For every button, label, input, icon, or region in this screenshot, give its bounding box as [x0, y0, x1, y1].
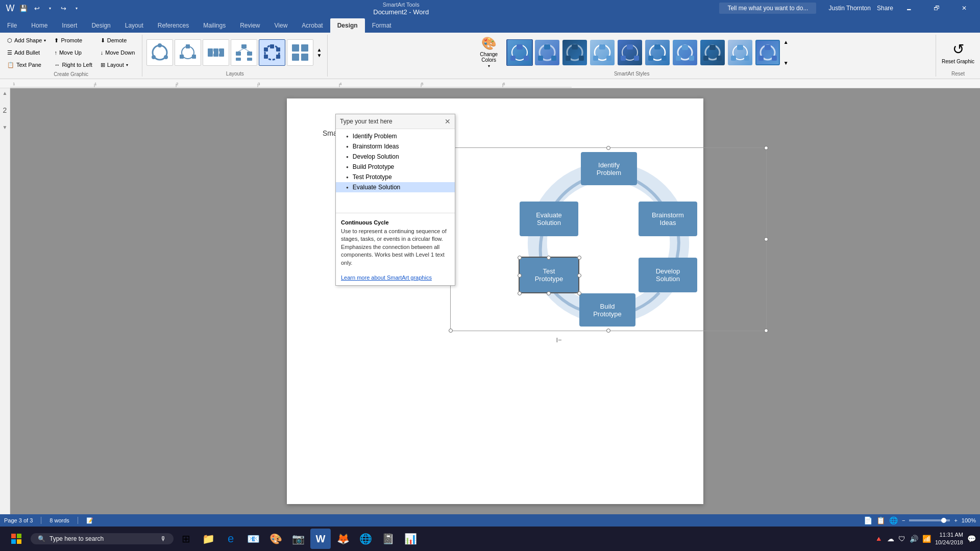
node-handle-tr[interactable]: [577, 256, 581, 260]
change-colors-dropdown[interactable]: ▾: [488, 64, 490, 68]
taskbar-paint[interactable]: 🎨: [265, 529, 286, 549]
taskbar-chrome[interactable]: 🌐: [355, 529, 376, 549]
taskbar-outlook[interactable]: 📧: [243, 529, 263, 549]
text-pane-close-button[interactable]: ✕: [445, 117, 451, 126]
tab-file[interactable]: File: [0, 18, 24, 33]
layout-cycle[interactable]: [146, 39, 173, 66]
node-handle-br[interactable]: [577, 291, 581, 295]
smartart-container[interactable]: IdentifyProblem BrainstormIdeas DevelopS…: [450, 147, 767, 331]
zoom-slider[interactable]: [909, 519, 950, 521]
volume-icon[interactable]: 🔊: [910, 535, 918, 543]
search-tell-me[interactable]: Tell me what you want to do...: [719, 3, 816, 14]
node-test-prototype[interactable]: TestPrototype: [520, 258, 578, 292]
view-print-icon[interactable]: 📋: [876, 516, 885, 524]
layout-matrix[interactable]: [287, 39, 313, 66]
style-6[interactable]: [644, 39, 671, 66]
tab-layout[interactable]: Layout: [118, 18, 151, 33]
taskbar-task-view[interactable]: ⊞: [176, 529, 196, 549]
layouts-scroll[interactable]: ▲ ▼: [315, 47, 323, 58]
tab-view[interactable]: View: [267, 18, 295, 33]
tab-design-smartart[interactable]: Design: [330, 18, 365, 33]
move-down-button[interactable]: ↓ Move Down: [97, 47, 138, 58]
layout-hierarchy[interactable]: [231, 39, 257, 66]
start-button[interactable]: [4, 527, 29, 551]
text-pane-item-2[interactable]: ● Develop Solution: [336, 152, 455, 162]
share-button[interactable]: Share: [877, 5, 893, 12]
text-pane-button[interactable]: 📋 Text Pane: [4, 59, 49, 70]
taskbar-powerpoint[interactable]: 📊: [400, 529, 421, 549]
network-icon[interactable]: 🔺: [874, 535, 883, 543]
text-pane-item-0[interactable]: ● Identify Problem: [336, 131, 455, 141]
node-handle-tc[interactable]: [547, 256, 551, 260]
quick-access-more[interactable]: ▾: [70, 2, 83, 14]
taskbar-firefox[interactable]: 🦊: [333, 529, 353, 549]
taskbar-photos[interactable]: 📷: [288, 529, 308, 549]
node-handle-bl[interactable]: [518, 291, 522, 295]
network-wifi[interactable]: 📶: [922, 535, 931, 543]
text-pane-item-3[interactable]: ● Build Prototype: [336, 162, 455, 172]
view-read-icon[interactable]: 📄: [864, 516, 872, 524]
taskbar-word[interactable]: W: [310, 529, 331, 549]
notifications-icon[interactable]: 💬: [967, 535, 976, 543]
style-7[interactable]: [672, 39, 698, 66]
tab-review[interactable]: Review: [233, 18, 267, 33]
margin-arrow-down[interactable]: ▼: [3, 124, 8, 130]
smartart-learn-more-link[interactable]: Learn more about SmartArt graphics: [341, 274, 432, 281]
margin-arrow-mid[interactable]: 2: [3, 106, 7, 114]
node-handle-ml[interactable]: [518, 273, 522, 278]
close-button[interactable]: ✕: [952, 0, 976, 16]
style-1[interactable]: [506, 39, 533, 66]
add-shape-button[interactable]: ⬡ Add Shape ▾: [4, 35, 49, 46]
tab-mailings[interactable]: Mailings: [196, 18, 233, 33]
view-web-icon[interactable]: 🌐: [889, 516, 898, 524]
security-icon[interactable]: 🛡: [898, 535, 905, 543]
layout-process[interactable]: [203, 39, 229, 66]
node-handle-mr[interactable]: [577, 273, 581, 278]
styles-scroll[interactable]: ▲ ▼: [782, 39, 790, 66]
node-identify-problem[interactable]: IdentifyProblem: [581, 152, 637, 185]
style-5[interactable]: [617, 39, 643, 66]
zoom-out-button[interactable]: −: [902, 517, 905, 523]
layout-dropdown[interactable]: ▾: [126, 63, 128, 67]
onedrive-icon[interactable]: ☁: [887, 535, 894, 543]
clock[interactable]: 11:31 AM 10/24/2018: [935, 531, 963, 547]
taskbar-search[interactable]: 🔍 Type here to search 🎙: [31, 533, 174, 544]
node-develop-solution[interactable]: DevelopSolution: [639, 258, 697, 292]
tab-home[interactable]: Home: [24, 18, 55, 33]
text-pane-item-5[interactable]: ● Evaluate Solution: [336, 182, 455, 192]
layout-cycle2[interactable]: [175, 39, 201, 66]
text-pane-item-1[interactable]: ● Brainstorm Ideas: [336, 141, 455, 152]
node-build-prototype[interactable]: BuildPrototype: [579, 293, 635, 327]
right-to-left-button[interactable]: ↔ Right to Left: [51, 59, 95, 70]
style-3[interactable]: [561, 39, 588, 66]
proofing-icon[interactable]: 📝: [86, 517, 93, 524]
node-brainstorm-ideas[interactable]: BrainstormIdeas: [639, 202, 697, 236]
move-up-button[interactable]: ↑ Move Up: [51, 47, 95, 58]
taskbar-file-explorer[interactable]: 📁: [198, 529, 218, 549]
node-handle-bc[interactable]: [547, 291, 551, 295]
zoom-level[interactable]: 100%: [962, 517, 976, 523]
tab-design-doc[interactable]: Design: [84, 18, 117, 33]
tab-acrobat[interactable]: Acrobat: [295, 18, 330, 33]
reset-graphic-button[interactable]: ↺ Reset Graphic: [940, 36, 976, 69]
undo-button[interactable]: ↩: [31, 2, 43, 14]
tab-insert[interactable]: Insert: [55, 18, 84, 33]
taskbar-edge[interactable]: e: [220, 529, 241, 549]
style-2[interactable]: [534, 39, 560, 66]
style-4[interactable]: [589, 39, 616, 66]
margin-arrow-up[interactable]: ▲: [3, 90, 8, 96]
layout-active[interactable]: [259, 39, 285, 66]
redo-button[interactable]: ↪: [57, 2, 69, 14]
text-pane-item-4[interactable]: ● Test Prototype: [336, 172, 455, 182]
tab-references[interactable]: References: [151, 18, 196, 33]
mic-icon[interactable]: 🎙: [160, 535, 166, 542]
undo-dropdown[interactable]: ▾: [44, 2, 56, 14]
tab-format[interactable]: Format: [365, 18, 399, 33]
change-colors-button[interactable]: 🎨 Change Colors ▾: [474, 37, 504, 68]
style-9[interactable]: [727, 39, 753, 66]
zoom-in-button[interactable]: +: [954, 517, 957, 523]
demote-button[interactable]: ⬇ Demote: [97, 35, 138, 46]
node-handle-tl[interactable]: [518, 256, 522, 260]
style-10[interactable]: [754, 39, 781, 66]
promote-button[interactable]: ⬆ Promote: [51, 35, 95, 46]
